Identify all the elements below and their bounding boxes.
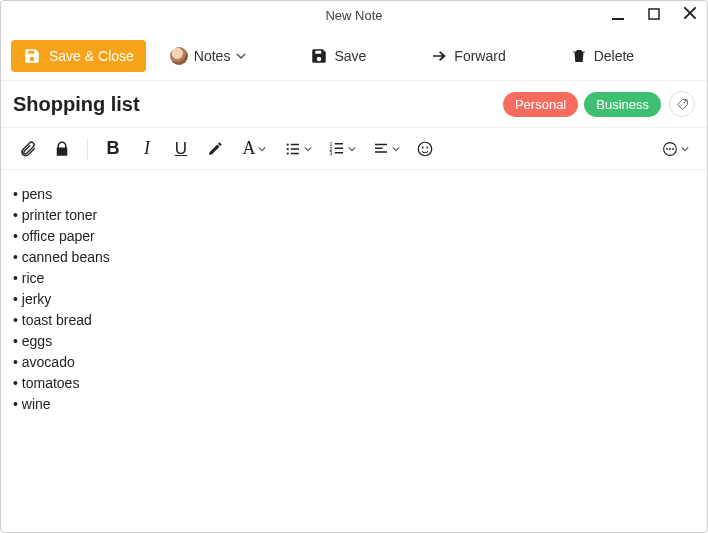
tag-business[interactable]: Business [584, 92, 661, 117]
svg-point-19 [422, 146, 424, 148]
svg-point-24 [672, 148, 674, 150]
save-icon [23, 47, 41, 65]
highlight-button[interactable] [200, 134, 230, 164]
svg-point-23 [669, 148, 671, 150]
bullet-list-icon [284, 140, 302, 158]
svg-point-5 [287, 152, 289, 154]
svg-point-20 [426, 146, 428, 148]
save-button[interactable]: Save [304, 43, 372, 69]
tag-personal[interactable]: Personal [503, 92, 578, 117]
format-toolbar: B I U A 123 [1, 128, 707, 170]
minimize-icon [610, 6, 626, 22]
list-item: rice [13, 268, 695, 289]
svg-rect-16 [375, 147, 383, 149]
chevron-down-icon [236, 51, 246, 61]
note-header: Shopping list Personal Business [1, 81, 707, 128]
svg-rect-17 [375, 151, 387, 153]
numbered-list-button[interactable]: 123 [322, 134, 362, 164]
chevron-down-icon [304, 145, 312, 153]
svg-point-2 [683, 101, 685, 103]
notes-label: Notes [194, 48, 231, 64]
font-a-icon: A [243, 138, 256, 159]
paperclip-icon [19, 140, 37, 158]
list-item: office paper [13, 226, 695, 247]
numbered-list-icon: 123 [328, 140, 346, 158]
maximize-button[interactable] [645, 6, 663, 25]
window-controls [609, 1, 699, 30]
attachment-button[interactable] [13, 134, 43, 164]
minimize-button[interactable] [609, 6, 627, 25]
list-item: eggs [13, 331, 695, 352]
font-color-button[interactable]: A [234, 134, 274, 164]
more-horizontal-icon [661, 140, 679, 158]
list-item: avocado [13, 352, 695, 373]
delete-button[interactable]: Delete [564, 43, 640, 69]
list-item: pens [13, 184, 695, 205]
svg-rect-12 [335, 143, 343, 145]
forward-label: Forward [454, 48, 505, 64]
save-close-button[interactable]: Save & Close [11, 40, 146, 72]
list-item: wine [13, 394, 695, 415]
chevron-down-icon [681, 145, 689, 153]
forward-button[interactable]: Forward [424, 43, 511, 69]
bullet-list-button[interactable] [278, 134, 318, 164]
window-title: New Note [325, 8, 382, 23]
svg-rect-1 [649, 9, 659, 19]
svg-rect-7 [291, 148, 299, 150]
list-item: toast bread [13, 310, 695, 331]
main-toolbar: Save & Close Notes Save Forward Delete [1, 31, 707, 81]
list-item: jerky [13, 289, 695, 310]
svg-point-3 [287, 143, 289, 145]
svg-rect-0 [612, 18, 624, 20]
save-close-label: Save & Close [49, 48, 134, 64]
chevron-down-icon [348, 145, 356, 153]
divider [87, 138, 88, 160]
underline-button[interactable]: U [166, 134, 196, 164]
svg-rect-13 [335, 147, 343, 149]
emoji-button[interactable] [410, 134, 440, 164]
svg-rect-6 [291, 143, 299, 145]
svg-rect-8 [291, 152, 299, 154]
italic-button[interactable]: I [132, 134, 162, 164]
lock-icon [53, 140, 71, 158]
note-content[interactable]: pens printer toner office paper canned b… [1, 170, 707, 429]
align-left-icon [372, 140, 390, 158]
lock-button[interactable] [47, 134, 77, 164]
svg-text:3: 3 [330, 150, 333, 156]
chevron-down-icon [258, 145, 266, 153]
note-title[interactable]: Shopping list [13, 93, 497, 116]
avatar [170, 47, 188, 65]
more-options-button[interactable] [655, 134, 695, 164]
delete-label: Delete [594, 48, 634, 64]
svg-rect-14 [335, 152, 343, 154]
list-item: printer toner [13, 205, 695, 226]
notes-dropdown[interactable]: Notes [164, 43, 253, 69]
svg-rect-15 [375, 143, 387, 145]
svg-point-22 [666, 148, 668, 150]
close-button[interactable] [681, 4, 699, 27]
svg-point-18 [418, 142, 432, 156]
close-icon [681, 4, 699, 22]
save-icon [310, 47, 328, 65]
list-item: canned beans [13, 247, 695, 268]
smiley-icon [416, 140, 434, 158]
chevron-down-icon [392, 145, 400, 153]
svg-point-4 [287, 147, 289, 149]
trash-icon [570, 47, 588, 65]
maximize-icon [646, 6, 662, 22]
save-label: Save [334, 48, 366, 64]
forward-icon [430, 47, 448, 65]
list-item: tomatoes [13, 373, 695, 394]
highlighter-icon [206, 140, 224, 158]
bold-button[interactable]: B [98, 134, 128, 164]
align-button[interactable] [366, 134, 406, 164]
add-tag-button[interactable] [669, 91, 695, 117]
titlebar: New Note [1, 1, 707, 31]
tag-add-icon [675, 97, 690, 112]
